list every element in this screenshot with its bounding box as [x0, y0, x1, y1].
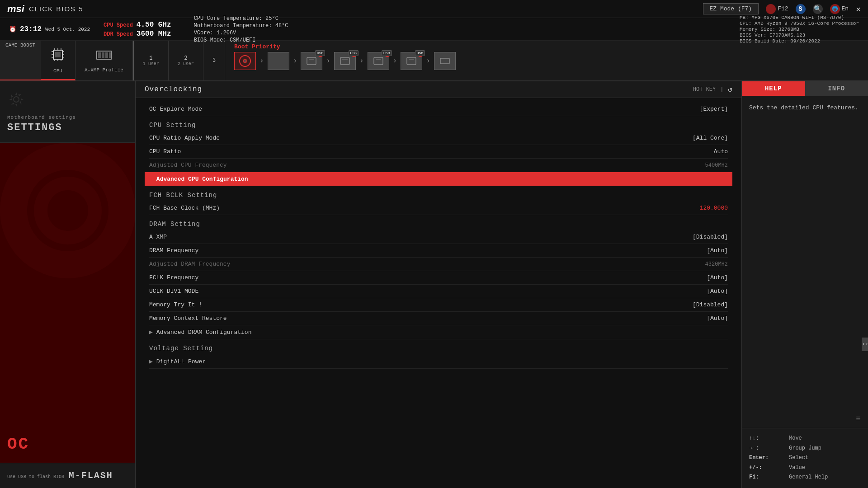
setting-group-8: DRAM Setting — [149, 215, 728, 230]
sidebar-item-mflash[interactable]: Use USB to flash BIOS M-FLASH — [0, 463, 135, 488]
help-content: Sets the detailed CPU features. — [742, 96, 868, 414]
close-button[interactable]: ✕ — [856, 4, 861, 14]
key-sym-0: ↑↓: — [749, 434, 785, 444]
axmp-2-label: 2 — [184, 55, 187, 61]
separator: | — [720, 86, 723, 93]
boot-device-0[interactable] — [234, 52, 256, 70]
axmp-number-tabs: 1 1 user 2 2 user 3 — [133, 41, 225, 80]
boot-device-3[interactable]: U USB — [334, 52, 356, 70]
screenshot-icon[interactable]: S — [796, 4, 806, 14]
setting-row-13[interactable]: UCLK DIV1 MODE[Auto] — [149, 285, 728, 298]
ddr-speed-value: 3600 MHz — [137, 30, 171, 38]
setting-value-9: [Disabled] — [693, 234, 728, 240]
setting-row-16[interactable]: ▶Advanced DRAM Configuration — [149, 325, 728, 339]
cpu-temp-row: CPU Core Temperature: 25°C — [194, 15, 288, 22]
setting-name-15: Memory Context Restore — [149, 315, 227, 322]
setting-value-0: [Expert] — [700, 106, 728, 113]
vcore-row: VCore: 1.206V — [194, 30, 288, 36]
mb-info-row: MB: MPG X670E CARBON WIFI (MS-7D70) — [740, 15, 859, 20]
setting-row-5[interactable]: ▶Advanced CPU Configuration — [145, 172, 732, 186]
disc-icon — [234, 52, 256, 70]
cpu-info-row: CPU: AMD Ryzen 9 7950X 16-Core Processor — [740, 21, 859, 26]
settings-sublabel: Motherboard settings — [7, 115, 76, 120]
sidebar-item-settings[interactable]: Motherboard settings SETTINGS — [0, 81, 135, 143]
mb-temp-label: Motherboard Temperature: — [194, 23, 272, 29]
game-boost-label: GAME BOOST — [0, 41, 41, 80]
setting-name-10: DRAM Frequency — [149, 247, 198, 254]
svg-point-34 — [14, 97, 19, 102]
usb-badge-5: USB — [415, 50, 425, 56]
boot-device-1[interactable] — [268, 52, 289, 70]
setting-row-3[interactable]: CPU RatioAuto — [149, 145, 728, 159]
axmp-tab[interactable]: A-XMP Profile — [75, 41, 133, 80]
settings-rows: OC Explore Mode[Expert]CPU SettingCPU Ra… — [149, 103, 728, 369]
lang-icon: 🌐 — [830, 4, 840, 14]
axmp-btn-3[interactable]: 3 — [203, 41, 225, 80]
svg-rect-16 — [102, 52, 104, 58]
setting-name-13: UCLK DIV1 MODE — [149, 288, 198, 295]
f12-icon — [766, 4, 776, 14]
bios-title: CLICK BIOS 5 — [29, 5, 84, 13]
ez-mode-button[interactable]: EZ Mode (F7) — [703, 3, 759, 14]
setting-row-14[interactable]: Memory Try It ![Disabled] — [149, 298, 728, 312]
cpu-tab[interactable]: CPU — [41, 41, 75, 80]
setting-row-15[interactable]: Memory Context Restore[Auto] — [149, 312, 728, 325]
settings-mainlabel: SETTINGS — [7, 122, 62, 133]
setting-row-4[interactable]: Adjusted CPU Frequency5400MHz — [149, 159, 728, 172]
setting-row-10[interactable]: DRAM Frequency[Auto] — [149, 244, 728, 258]
mb-value: MPG X670E CARBON WIFI (MS-7D70) — [751, 15, 844, 20]
vcore-value: 1.206V — [217, 30, 236, 36]
help-panel: HELP INFO Sets the detailed CPU features… — [741, 81, 868, 488]
setting-value-13: [Auto] — [707, 288, 728, 295]
temps-area: CPU Core Temperature: 25°C Motherboard T… — [194, 15, 288, 43]
key-sym-2: Enter: — [749, 453, 785, 463]
svg-rect-33 — [442, 60, 448, 62]
mb-temp-row: Motherboard Temperature: 48°C — [194, 23, 288, 29]
axmp-3-label: 3 — [212, 57, 216, 64]
setting-name-4: Adjusted CPU Frequency — [149, 162, 227, 169]
boot-priority-title: Boot Priority — [234, 43, 859, 50]
setting-row-2[interactable]: CPU Ratio Apply Mode[All Core] — [149, 131, 728, 145]
setting-row-0[interactable]: OC Explore Mode[Expert] — [149, 103, 728, 116]
axmp-btn-2[interactable]: 2 2 user — [169, 41, 203, 80]
svg-rect-30 — [407, 57, 416, 65]
setting-row-12[interactable]: FCLK Frequency[Auto] — [149, 271, 728, 285]
cpu-info-value: AMD Ryzen 9 7950X 16-Core Processor — [755, 21, 859, 26]
f12-button[interactable]: F12 — [766, 4, 788, 14]
search-icon[interactable]: 🔍 — [813, 4, 823, 14]
boot-device-6[interactable] — [434, 52, 456, 70]
panel-expand-handle[interactable]: ‹‹ — [862, 338, 868, 351]
cpu-tab-label: CPU — [53, 68, 62, 74]
help-scroll-indicator: ≡ — [742, 414, 868, 428]
expander-icon-5: ▶ — [149, 175, 153, 183]
setting-row-9[interactable]: A-XMP[Disabled] — [149, 230, 728, 244]
arrow-5: › — [393, 57, 397, 65]
key-guide-line-4: F1: General Help — [749, 473, 861, 483]
help-tab-help[interactable]: HELP — [742, 81, 805, 96]
sidebar-item-oc[interactable]: OC — [0, 143, 135, 463]
boot-device-2[interactable]: U USB — [301, 52, 322, 70]
settings-list[interactable]: OC Explore Mode[Expert]CPU SettingCPU Ra… — [136, 98, 741, 488]
arrow-4: › — [359, 57, 364, 65]
setting-row-11[interactable]: Adjusted DRAM Frequency4320MHz — [149, 258, 728, 271]
boot-device-4[interactable]: U USB — [368, 52, 389, 70]
svg-point-21 — [245, 61, 246, 62]
date-display: Wed 5 Oct, 2022 — [45, 27, 90, 32]
arrow-2: › — [293, 57, 297, 65]
refresh-button[interactable]: ↺ — [728, 85, 732, 94]
section-header: Overclocking HOT KEY | ↺ — [136, 81, 741, 98]
key-guide-line-3: +/-: Value — [749, 463, 861, 473]
mem-value: 32768MB — [778, 27, 799, 32]
setting-row-18[interactable]: ▶DigitALL Power — [149, 355, 728, 369]
boot-device-5[interactable]: U USB — [401, 52, 422, 70]
setting-value-4: 5400MHz — [705, 162, 728, 169]
arrow-6: › — [426, 57, 430, 65]
key-sym-1: →←: — [749, 444, 785, 454]
setting-row-7[interactable]: FCH Base Clock (MHz)120.0000 — [149, 202, 728, 215]
mem-row: Memory Size: 32768MB — [740, 27, 859, 32]
axmp-btn-1[interactable]: 1 1 user — [134, 41, 169, 80]
setting-name-2: CPU Ratio Apply Mode — [149, 135, 220, 141]
language-selector[interactable]: 🌐 En — [830, 4, 849, 14]
setting-value-3: Auto — [714, 148, 728, 155]
help-tab-info[interactable]: INFO — [805, 81, 868, 96]
